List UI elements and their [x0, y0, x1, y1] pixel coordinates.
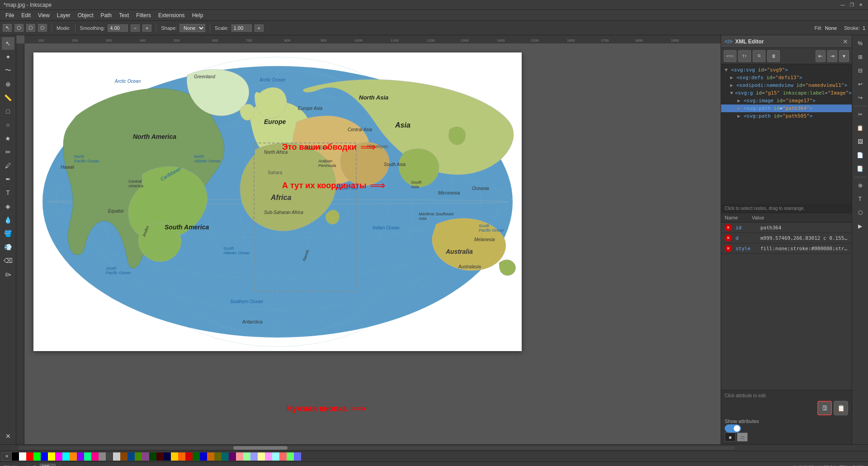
color-swatch[interactable] — [120, 452, 127, 461]
canvas-scroll-area[interactable]: Arctic Ocean Arctic Ocean Greenland Euro… — [24, 43, 721, 444]
xml-node-icon-button[interactable]: 🖺 — [817, 401, 832, 415]
color-swatch[interactable] — [200, 452, 207, 461]
gradient-tool[interactable]: ◈ — [2, 200, 14, 213]
color-swatch[interactable] — [294, 452, 301, 461]
color-swatch[interactable] — [113, 452, 120, 461]
select-tool[interactable]: ↖ — [2, 37, 14, 50]
color-swatch[interactable] — [62, 452, 70, 461]
menu-layer[interactable]: Layer — [53, 11, 74, 19]
xml-attr-style-delete[interactable]: ✕ — [725, 245, 732, 252]
x-tool[interactable]: ✕ — [2, 430, 14, 442]
color-swatch[interactable] — [77, 452, 84, 461]
xml-node-path364[interactable]: ▶ <svg:path id="path364"> — [721, 105, 852, 112]
star-tool[interactable]: ★ — [2, 132, 14, 145]
ellipse-tool[interactable]: ○ — [2, 119, 14, 131]
color-swatch[interactable] — [127, 452, 135, 461]
xml-node-namedview[interactable]: ▶ <sodipodi:namedview id="namedview11"> — [721, 81, 852, 89]
smoothing-input[interactable] — [108, 24, 128, 32]
color-swatch[interactable] — [142, 452, 149, 461]
color-swatch[interactable] — [272, 452, 279, 461]
menu-text[interactable]: Text — [115, 11, 132, 19]
tool-arrow-btn[interactable]: ↖ — [3, 24, 12, 32]
xml-node-g15[interactable]: ▼ <svg:g id="g15" inkscape:label="Image"… — [721, 89, 852, 97]
menu-object[interactable]: Object — [74, 11, 97, 19]
color-swatch[interactable] — [279, 452, 287, 461]
dropper-tool[interactable]: 💧 — [2, 214, 14, 226]
xml-attr-id-delete[interactable]: ✕ — [725, 224, 732, 231]
scale-input[interactable] — [231, 24, 252, 32]
zoom-level[interactable]: 72% — [839, 465, 849, 466]
menu-filters[interactable]: Filters — [132, 11, 155, 19]
xml-attr-d[interactable]: ✕ d m999.57469,266.83012 c 0.15576,0.432… — [721, 233, 852, 243]
menu-help[interactable]: Help — [189, 11, 207, 19]
layer-dropdown-btn[interactable]: ▼ — [94, 465, 99, 466]
color-swatch[interactable] — [185, 452, 193, 461]
xml-tree[interactable]: ▼ <svg:svg id="svg9"> ▶ <svg:defs id="de… — [721, 64, 852, 204]
snap-btn-8[interactable]: 🖼 — [854, 135, 867, 148]
menu-extensions[interactable]: Extensions — [155, 11, 189, 19]
calligraphy-tool[interactable]: ✒ — [2, 173, 14, 185]
connector-tool[interactable]: ⌲ — [2, 268, 14, 281]
color-swatch[interactable] — [243, 452, 250, 461]
xml-editor-close[interactable]: ✕ — [843, 38, 848, 45]
color-swatch[interactable] — [84, 452, 91, 461]
color-swatch[interactable] — [12, 452, 19, 461]
xml-new-element-btn[interactable]: <+> — [724, 50, 736, 62]
scroll-thumb[interactable] — [233, 446, 288, 450]
hscrollbar[interactable] — [0, 444, 868, 451]
node-tool[interactable]: ✦ — [2, 51, 14, 63]
color-swatch[interactable] — [149, 452, 156, 461]
color-swatch[interactable] — [33, 452, 41, 461]
snap-btn-3[interactable]: ⊟ — [854, 64, 867, 77]
scroll-track[interactable] — [18, 446, 735, 450]
paint-bucket-tool[interactable]: 🪣 — [2, 227, 14, 240]
xml-delete-btn[interactable]: 🗑 — [767, 50, 780, 62]
color-swatch[interactable] — [156, 452, 164, 461]
fill-indicator[interactable]: Fill: None — [4, 465, 25, 466]
color-swatch[interactable] — [287, 452, 294, 461]
eraser-tool[interactable]: ⌫ — [2, 254, 14, 267]
menu-file[interactable]: File — [2, 11, 18, 19]
minimize-button[interactable]: — — [839, 1, 846, 9]
color-swatch[interactable] — [135, 452, 142, 461]
tweak-tool[interactable]: 〜 — [2, 64, 14, 77]
color-swatch[interactable] — [55, 452, 62, 461]
maximize-button[interactable]: ❐ — [848, 1, 855, 9]
close-button[interactable]: ✕ — [857, 1, 864, 9]
color-swatch[interactable] — [106, 452, 113, 461]
xml-attr-id[interactable]: ✕ id path364 — [721, 223, 852, 233]
snap-btn-14[interactable]: ▶ — [854, 220, 867, 233]
color-swatch[interactable] — [26, 452, 33, 461]
menu-path[interactable]: Path — [97, 11, 116, 19]
menu-view[interactable]: View — [34, 11, 53, 19]
menu-edit[interactable]: Edit — [18, 11, 34, 19]
text-tool[interactable]: T — [2, 186, 14, 199]
xml-unindent-btn[interactable]: ⇥ — [827, 50, 837, 62]
color-swatch[interactable] — [265, 452, 272, 461]
color-swatch[interactable] — [214, 452, 222, 461]
pencil-tool[interactable]: ✏ — [2, 146, 14, 158]
color-swatch[interactable] — [41, 452, 48, 461]
xml-attr-style[interactable]: ✕ style fill:none;stroke:#000000;stroke-… — [721, 243, 852, 254]
tool-node-btn[interactable]: ⬡ — [14, 24, 24, 32]
xml-attr-d-delete[interactable]: ✕ — [725, 234, 732, 242]
measure-tool[interactable]: 📏 — [2, 91, 14, 104]
color-swatch[interactable] — [48, 452, 55, 461]
color-swatch[interactable] — [229, 452, 236, 461]
tool-tweak-btn[interactable]: ⬡ — [26, 24, 35, 32]
color-swatch[interactable] — [171, 452, 178, 461]
color-swatch[interactable] — [91, 452, 99, 461]
xml-more-btn[interactable]: ▾ — [839, 50, 849, 62]
scale-plus[interactable]: + — [255, 24, 264, 32]
snap-btn-9[interactable]: 📄 — [854, 149, 867, 162]
show-attrs-toggle[interactable] — [725, 424, 741, 433]
snap-btn-10[interactable]: 📑 — [854, 162, 867, 175]
pen-tool[interactable]: 🖊 — [2, 159, 14, 172]
xml-node-defs[interactable]: ▶ <svg:defs id="defs13"> — [721, 74, 852, 81]
snap-btn-2[interactable]: ⊞ — [854, 51, 867, 63]
color-swatch[interactable] — [164, 452, 171, 461]
xml-indent-btn[interactable]: ⇤ — [816, 50, 826, 62]
xml-node-path505[interactable]: ▶ <svg:path id="path505"> — [721, 112, 852, 120]
smoothing-plus[interactable]: + — [142, 24, 151, 32]
xml-copy-button[interactable]: 📋 — [834, 401, 848, 415]
